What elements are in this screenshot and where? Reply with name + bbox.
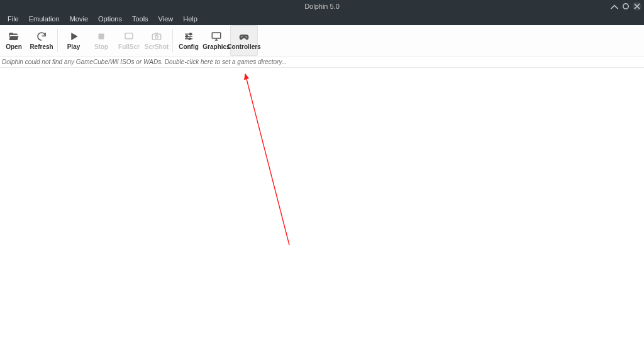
- stop-icon: [96, 31, 107, 42]
- menu-help[interactable]: Help: [178, 14, 203, 24]
- toolbar-label: Graphics: [203, 43, 230, 50]
- play-icon: [68, 31, 79, 42]
- games-list-empty-area[interactable]: [0, 68, 644, 348]
- toolbar-label: ScrShot: [145, 43, 169, 50]
- refresh-icon: [36, 31, 47, 42]
- window-minimize-icon[interactable]: [610, 2, 619, 11]
- window-maximize-icon[interactable]: [621, 2, 630, 11]
- window-title: Dolphin 5.0: [304, 3, 340, 10]
- menu-tools[interactable]: Tools: [127, 14, 153, 24]
- menu-movie[interactable]: Movie: [65, 14, 93, 24]
- window-close-icon[interactable]: [633, 2, 641, 11]
- no-games-message: Dolphin could not find any GameCube/Wii …: [0, 57, 644, 68]
- toolbar: Open Refresh Play Stop FullScr: [0, 25, 644, 57]
- folder-open-icon: [8, 31, 19, 42]
- refresh-button[interactable]: Refresh: [28, 25, 55, 56]
- svg-point-7: [189, 38, 191, 40]
- titlebar: Dolphin 5.0: [0, 0, 644, 13]
- svg-rect-3: [152, 34, 161, 40]
- svg-point-6: [186, 36, 188, 38]
- sliders-icon: [183, 31, 194, 42]
- toolbar-group-settings: Config Graphics Controllers: [175, 25, 258, 56]
- toolbar-label: Stop: [94, 43, 108, 50]
- gamepad-icon: [238, 31, 250, 42]
- camera-icon: [151, 31, 162, 42]
- toolbar-label: Open: [6, 43, 22, 50]
- screenshot-button: ScrShot: [143, 25, 170, 56]
- window-controls: [610, 2, 641, 11]
- menu-emulation[interactable]: Emulation: [24, 14, 65, 24]
- toolbar-label: Refresh: [30, 43, 53, 50]
- fullscreen-icon: [123, 31, 135, 42]
- play-button[interactable]: Play: [60, 25, 87, 56]
- toolbar-label: Controllers: [227, 43, 260, 50]
- menu-options[interactable]: Options: [93, 14, 127, 24]
- monitor-icon: [211, 31, 222, 42]
- menu-file[interactable]: File: [3, 14, 24, 24]
- toolbar-separator: [57, 29, 58, 52]
- config-button[interactable]: Config: [175, 25, 203, 56]
- svg-point-5: [190, 33, 192, 35]
- open-button[interactable]: Open: [0, 25, 28, 56]
- svg-point-0: [623, 4, 628, 9]
- toolbar-label: Play: [67, 43, 80, 50]
- stop-button: Stop: [87, 25, 115, 56]
- svg-rect-8: [212, 33, 221, 38]
- graphics-button[interactable]: Graphics: [203, 25, 230, 56]
- svg-rect-1: [99, 34, 104, 40]
- controllers-button[interactable]: Controllers: [230, 25, 258, 56]
- svg-rect-2: [125, 33, 133, 39]
- content-area: Dolphin could not find any GameCube/Wii …: [0, 57, 644, 348]
- menu-view[interactable]: View: [153, 14, 179, 24]
- menubar: File Emulation Movie Options Tools View …: [0, 13, 644, 25]
- fullscreen-button: FullScr: [115, 25, 143, 56]
- svg-point-4: [155, 36, 158, 39]
- toolbar-label: FullScr: [118, 43, 140, 50]
- toolbar-group-file: Open Refresh: [0, 25, 55, 56]
- toolbar-separator: [172, 29, 173, 52]
- toolbar-label: Config: [179, 43, 199, 50]
- toolbar-group-emulation: Play Stop FullScr ScrShot: [60, 25, 170, 56]
